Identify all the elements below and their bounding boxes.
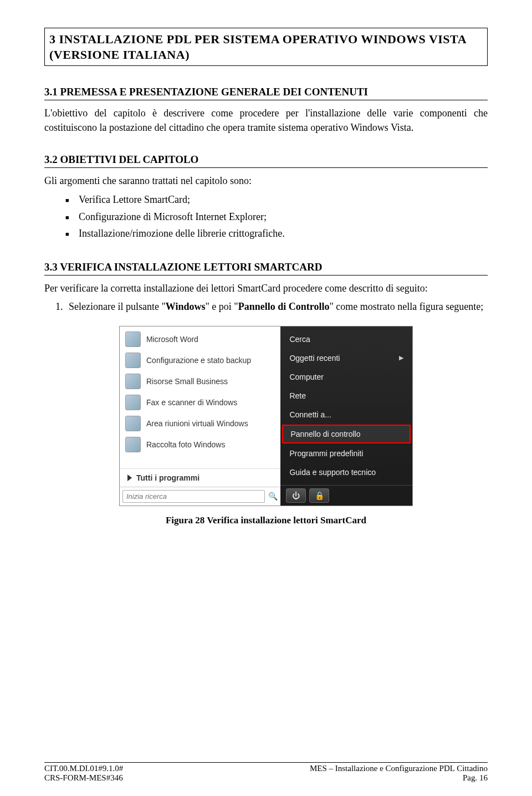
app-icon [125,416,141,431]
start-menu-item-label: Area riunioni virtuali Windows [146,419,248,428]
start-menu-item-label: Microsoft Word [146,335,198,344]
app-icon [125,353,141,368]
figure-caption: Figura 28 Verifica installazione lettori… [44,515,488,526]
start-menu-item[interactable]: Area riunioni virtuali Windows [120,413,280,434]
lock-icon: 🔒 [315,491,324,500]
list-item: Installazione/rimozione delle librerie c… [65,225,488,242]
heading-1-box: 3 INSTALLAZIONE PDL PER SISTEMA OPERATIV… [44,28,488,66]
right-item-label: Cerca [289,335,310,344]
power-icon: ⏻ [292,491,300,500]
start-menu-item[interactable]: Raccolta foto Windows [120,434,280,455]
heading-3-1: 3.1 PREMESSA E PRESENTAZIONE GENERALE DE… [44,86,488,100]
search-box: 🔍 [120,487,280,506]
right-item-computer[interactable]: Computer [280,368,412,386]
start-menu-item-label: Risorse Small Business [146,377,228,386]
right-item-label: Rete [289,391,306,400]
start-menu: Microsoft Word Configurazione e stato ba… [119,326,413,506]
footer-right-2: Pag. 16 [310,773,488,783]
paragraph-3-2-intro: Gli argomenti che saranno trattati nel c… [44,174,488,188]
ordered-list-3-3: Selezionare il pulsante "Windows" e poi … [44,299,488,315]
list-item: Verifica Lettore SmartCard; [65,191,488,208]
paragraph-3-1: L'obiettivo del capitolo è descrivere co… [44,106,488,135]
search-icon: 🔍 [268,492,278,501]
text-bold: Windows [166,301,206,312]
right-item-default-programs[interactable]: Programmi predefiniti [280,444,412,463]
right-item-network[interactable]: Rete [280,386,412,405]
right-item-label: Pannello di controllo [290,430,360,438]
paragraph-3-3-intro: Per verificare la corretta installazione… [44,281,488,295]
power-buttons: ⏻ 🔒 [280,485,412,506]
start-menu-item[interactable]: Microsoft Word [120,329,280,350]
search-input[interactable] [122,490,265,503]
chevron-right-icon [127,474,132,481]
right-item-connect[interactable]: Connetti a... [280,405,412,424]
app-icon [125,331,141,347]
right-item-recent[interactable]: Oggetti recenti▶ [280,349,412,368]
start-menu-item[interactable]: Risorse Small Business [120,371,280,392]
list-item: Selezionare il pulsante "Windows" e poi … [65,299,488,315]
footer-left-2: CRS-FORM-MES#346 [44,773,123,783]
right-item-label: Computer [289,373,323,381]
app-icon [125,437,141,452]
footer-right-1: MES – Installazione e Configurazione PDL… [310,764,488,773]
right-item-control-panel[interactable]: Pannello di controllo [282,425,411,443]
text: " e poi " [206,301,238,312]
right-item-label: Connetti a... [289,410,331,419]
text-bold: Pannello di Controllo [238,301,330,312]
right-item-search[interactable]: Cerca [280,330,412,349]
lock-button[interactable]: 🔒 [309,488,329,503]
chevron-right-icon: ▶ [399,354,403,361]
start-menu-item-label: Configurazione e stato backup [146,356,251,365]
power-button[interactable]: ⏻ [286,488,306,503]
text: " come mostrato nella figura seguente; [329,301,483,312]
start-menu-item-label: Fax e scanner di Windows [146,398,237,407]
all-programs-button[interactable]: Tutti i programmi [120,468,280,487]
start-menu-item[interactable]: Fax e scanner di Windows [120,392,280,413]
heading-1: 3 INSTALLAZIONE PDL PER SISTEMA OPERATIV… [49,32,483,62]
right-item-label: Guida e supporto tecnico [289,468,376,477]
list-item: Configurazione di Microsoft Internet Exp… [65,208,488,226]
start-menu-right-panel: Cerca Oggetti recenti▶ Computer Rete Con… [280,326,412,506]
figure-28: Microsoft Word Configurazione e stato ba… [44,326,488,526]
footer-left-1: CIT.00.M.DI.01#9.1.0# [44,764,123,773]
all-programs-label: Tutti i programmi [136,473,200,482]
text: Selezionare il pulsante " [69,301,166,312]
heading-3-2: 3.2 OBIETTIVI DEL CAPITOLO [44,154,488,168]
page-footer: CIT.00.M.DI.01#9.1.0# CRS-FORM-MES#346 M… [44,762,488,783]
right-item-label: Programmi predefiniti [289,449,363,458]
list-3-2: Verifica Lettore SmartCard; Configurazio… [44,191,488,242]
app-icon [125,395,141,410]
heading-3-3: 3.3 VERIFICA INSTALLAZIONE LETTORI SMART… [44,261,488,275]
start-menu-left-panel: Microsoft Word Configurazione e stato ba… [120,326,280,506]
right-item-help[interactable]: Guida e supporto tecnico [280,463,412,482]
right-item-label: Oggetti recenti [289,354,340,363]
start-menu-item-label: Raccolta foto Windows [146,440,225,449]
start-menu-item[interactable]: Configurazione e stato backup [120,350,280,371]
app-icon [125,374,141,389]
